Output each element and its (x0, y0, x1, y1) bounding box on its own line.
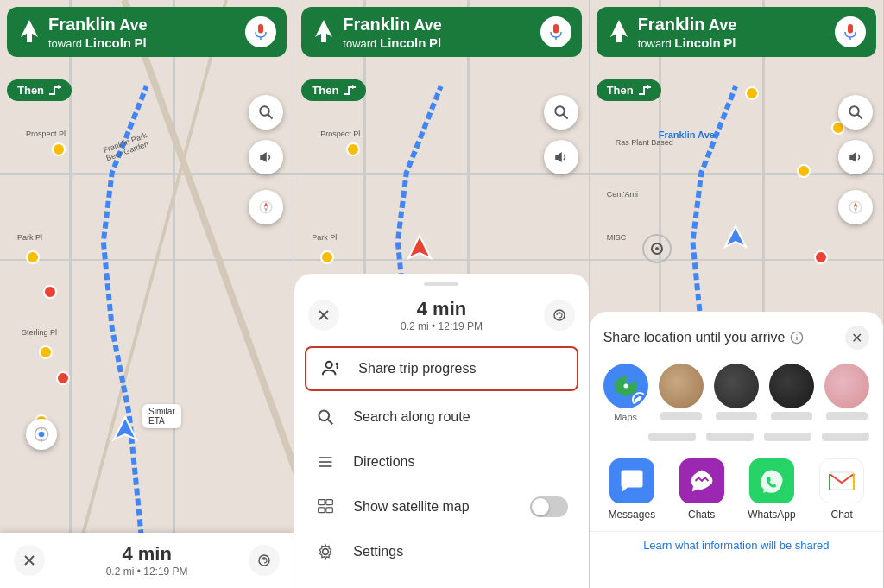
svg-marker-59 (854, 202, 858, 207)
compass-button-3[interactable] (838, 190, 873, 224)
panel-map-view: Prospect Pl Park Pl Sterling Pl Franklin… (0, 0, 294, 588)
satellite-label: Show satellite map (353, 499, 469, 515)
svg-marker-54 (647, 85, 651, 89)
contact-maps[interactable]: Maps (603, 364, 648, 422)
menu-close-button[interactable] (308, 300, 339, 331)
name-blur-2 (706, 433, 754, 441)
svg-point-48 (655, 247, 659, 250)
contacts-row: Maps (590, 357, 883, 429)
menu-overlay: 4 min 0.2 mi • 12:19 PM Share trip progr… (294, 274, 588, 588)
contact-name-1 (660, 412, 702, 420)
contact-name-2 (716, 412, 757, 420)
gmail-icon (819, 458, 864, 503)
svg-marker-12 (261, 152, 268, 162)
directions-label: Directions (353, 454, 414, 470)
nav-header-3: Franklin Ave toward Lincoln Pl (597, 7, 876, 57)
whatsapp-icon (749, 458, 794, 503)
poi-marker (52, 142, 66, 156)
svg-point-26 (555, 106, 565, 116)
search-button-2[interactable] (544, 95, 578, 130)
svg-marker-9 (58, 85, 61, 89)
settings-gear-icon (315, 541, 336, 562)
contact-3[interactable] (769, 364, 814, 422)
svg-point-34 (336, 363, 339, 366)
app-chats[interactable]: Chats (679, 458, 724, 521)
svg-line-27 (563, 114, 567, 118)
direction-arrow-icon (17, 20, 41, 44)
contact-4[interactable] (824, 364, 869, 422)
contact-2[interactable] (714, 364, 759, 422)
contact-avatar-2 (714, 364, 759, 408)
poi-d (814, 250, 828, 264)
drag-handle (424, 282, 458, 286)
chats-icon (679, 458, 724, 503)
svg-rect-52 (848, 24, 853, 34)
svg-point-55 (849, 106, 859, 116)
volume-button-3[interactable] (838, 140, 873, 174)
menu-item-settings[interactable]: Settings (294, 529, 588, 574)
voice-mic-button-2[interactable] (540, 16, 571, 47)
chats-label: Chats (688, 509, 715, 521)
svg-rect-42 (326, 500, 333, 505)
svg-line-56 (857, 114, 862, 118)
poi-marker (43, 285, 57, 299)
location-button[interactable] (26, 419, 57, 450)
search-button-3[interactable] (838, 95, 873, 130)
nav-street-info: Franklin Ave toward Lincoln Pl (48, 14, 238, 50)
maps-avatar (603, 364, 648, 408)
routes-button-2[interactable] (544, 300, 575, 331)
menu-eta-minutes: 4 min (339, 298, 543, 320)
contact-avatar-4 (824, 364, 869, 408)
svg-point-10 (261, 106, 270, 116)
name-blur-1 (648, 433, 696, 441)
menu-item-satellite[interactable]: Show satellite map (294, 484, 588, 529)
share-title: Share location until you arrive (603, 330, 805, 345)
contact-avatar-3 (769, 364, 814, 408)
contact-avatar-1 (659, 364, 704, 408)
svg-rect-44 (326, 508, 333, 513)
map-label-prospect: Prospect Pl (26, 130, 66, 138)
nav-location-indicator (641, 233, 672, 268)
app-messages[interactable]: Messages (608, 458, 655, 521)
volume-button-2[interactable] (544, 140, 578, 174)
eta-details: 0.2 mi • 12:19 PM (106, 566, 188, 578)
close-button[interactable] (14, 545, 45, 576)
share-location-panel: Share location until you arrive ✕ Maps (590, 312, 883, 588)
svg-rect-23 (553, 24, 559, 34)
direction-arrow-icon-2 (312, 20, 336, 44)
share-close-button[interactable]: ✕ (845, 326, 869, 350)
svg-rect-6 (27, 32, 32, 42)
map-label-sterling: Sterling Pl (22, 328, 57, 337)
menu-item-share-trip[interactable]: Share trip progress (305, 346, 578, 391)
menu-top-row: 4 min 0.2 mi • 12:19 PM (294, 294, 588, 343)
nav-arrow-2 (407, 234, 433, 269)
menu-item-search-route[interactable]: Search along route (294, 395, 588, 439)
share-person-icon (320, 358, 341, 379)
svg-marker-67 (635, 396, 644, 403)
svg-rect-41 (319, 500, 325, 505)
voice-mic-button-3[interactable] (835, 16, 866, 47)
app-whatsapp[interactable]: WhatsApp (748, 458, 795, 521)
svg-line-37 (328, 420, 333, 425)
svg-point-36 (319, 411, 330, 421)
contact-1[interactable] (659, 364, 704, 422)
svg-point-63 (797, 334, 798, 335)
menu-item-directions[interactable]: Directions (294, 439, 588, 484)
then-turn-chip-3: Then (597, 79, 661, 101)
maps-badge (632, 392, 647, 408)
voice-mic-button[interactable] (245, 16, 276, 47)
search-route-icon (315, 407, 336, 427)
learn-more-link[interactable]: Learn what information will be shared (590, 531, 883, 559)
poi-a (745, 86, 759, 100)
panel-menu-view: Prospect Pl Park Pl Franklin Ave toward … (294, 0, 589, 588)
svg-rect-22 (321, 32, 326, 42)
svg-rect-43 (319, 508, 325, 513)
svg-point-45 (323, 549, 329, 555)
whatsapp-label: WhatsApp (748, 509, 795, 521)
svg-point-33 (326, 362, 332, 368)
satellite-toggle[interactable] (530, 496, 568, 517)
routes-button[interactable] (249, 545, 280, 576)
toward-label-3: toward Lincoln Pl (638, 35, 828, 50)
app-gmail[interactable]: Chat (819, 458, 864, 521)
svg-marker-60 (854, 207, 858, 212)
